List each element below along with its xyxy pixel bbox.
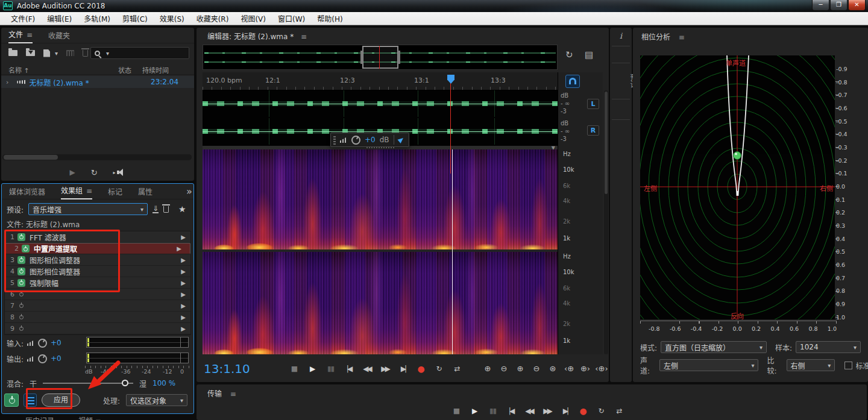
panel-menu-icon[interactable]: ≡ bbox=[301, 33, 307, 41]
zoom-tool-button[interactable]: ⊛ bbox=[546, 363, 559, 375]
transport-button[interactable]: ↻ bbox=[433, 363, 445, 375]
preset-select[interactable]: 音乐增强 ▾ bbox=[28, 203, 148, 215]
zoom-tool-button[interactable]: ⊕› bbox=[579, 363, 592, 375]
overview-strip[interactable] bbox=[203, 45, 558, 70]
normalize-checkbox[interactable] bbox=[844, 362, 852, 369]
snap-magnet-button[interactable] bbox=[565, 75, 580, 88]
left-channel-button[interactable]: L bbox=[587, 99, 599, 109]
hud-drag-handle[interactable] bbox=[333, 135, 336, 145]
right-channel-button[interactable]: R bbox=[587, 125, 599, 136]
effect-expand-arrow-icon[interactable]: ▶ bbox=[181, 268, 186, 275]
transport-button[interactable]: ● bbox=[415, 363, 427, 375]
transport-button[interactable]: ▶| bbox=[559, 405, 571, 417]
file-row[interactable]: › 无标题 (2).wma * 23:2.04 bbox=[1, 76, 194, 88]
col-name[interactable]: 名称 ↑ bbox=[8, 65, 30, 75]
spectrogram-left[interactable] bbox=[203, 149, 558, 249]
phase-scope[interactable]: 单声道 左侧 右侧 反向 bbox=[640, 55, 835, 319]
transport-button[interactable]: ⇄ bbox=[613, 405, 626, 417]
info-icon[interactable]: i bbox=[610, 31, 632, 40]
tab-markers[interactable]: 标记 bbox=[108, 186, 122, 196]
output-gain-value[interactable]: +0 bbox=[51, 354, 61, 363]
scroll-thumb[interactable] bbox=[605, 92, 608, 194]
channel-select[interactable]: 左侧 ▾ bbox=[659, 359, 758, 371]
menu-item[interactable]: 文件(F) bbox=[5, 12, 41, 25]
transport-button[interactable]: ↻ bbox=[595, 405, 608, 417]
col-duration[interactable]: 持续时间 bbox=[142, 65, 169, 75]
transport-button[interactable]: ▶ bbox=[306, 363, 319, 375]
transport-button[interactable]: ◀◀ bbox=[523, 405, 535, 417]
favorite-star-icon[interactable]: ★ bbox=[178, 204, 186, 214]
zoom-tool-button[interactable]: ⊕ bbox=[481, 363, 494, 375]
preview-loop-icon[interactable]: ↻ bbox=[91, 168, 98, 177]
col-status[interactable]: 状态 bbox=[118, 65, 131, 75]
transport-button[interactable]: |◀ bbox=[342, 363, 355, 375]
rack-power-button[interactable] bbox=[4, 393, 19, 407]
process-select[interactable]: 仅选区对象 ▾ bbox=[126, 394, 187, 406]
waveform-left-channel[interactable] bbox=[203, 90, 558, 117]
menu-item[interactable]: 帮助(H) bbox=[311, 12, 348, 25]
overview-view-box[interactable] bbox=[362, 46, 398, 69]
effect-rack-row[interactable]: 7 ▶ bbox=[5, 300, 190, 312]
effect-expand-arrow-icon[interactable]: ▶ bbox=[181, 291, 186, 298]
effect-expand-arrow-icon[interactable]: ▶ bbox=[181, 325, 186, 332]
files-hscrollbar[interactable] bbox=[2, 154, 192, 160]
input-gain-value[interactable]: +0 bbox=[51, 339, 61, 347]
menu-item[interactable]: 视图(V) bbox=[234, 12, 272, 25]
time-display[interactable]: 13:1.10 bbox=[204, 362, 250, 376]
restore-button[interactable]: ❐ bbox=[830, 0, 848, 11]
menu-item[interactable]: 剪辑(C) bbox=[116, 12, 154, 25]
spectrogram-right[interactable] bbox=[203, 252, 558, 354]
zoom-navigate-icon[interactable]: ↻ bbox=[565, 49, 573, 60]
menu-item[interactable]: 编辑(E) bbox=[41, 12, 78, 25]
input-gain-knob[interactable] bbox=[38, 339, 47, 348]
transport-button[interactable]: ▶ bbox=[468, 405, 481, 417]
panel-menu-icon[interactable]: ≡ bbox=[27, 28, 33, 42]
tab-overflow-icon[interactable]: » bbox=[186, 186, 192, 197]
effect-rack-row[interactable]: 8 ▶ bbox=[5, 312, 190, 323]
editor-vscrollbar[interactable] bbox=[604, 90, 608, 354]
save-preset-icon[interactable]: ⇓ bbox=[153, 205, 159, 213]
effect-expand-arrow-icon[interactable]: ▶ bbox=[181, 234, 186, 240]
search-caret-icon[interactable]: ▾ bbox=[106, 50, 109, 57]
autoplay-speaker-icon[interactable]: ▸ bbox=[113, 169, 126, 176]
sample-select[interactable]: 1024 ▾ bbox=[796, 341, 861, 353]
tab-video[interactable]: 视频 ≡ bbox=[78, 415, 101, 420]
transport-button[interactable]: ◀◀ bbox=[360, 363, 373, 375]
transport-button[interactable]: ■ bbox=[450, 405, 463, 417]
power-toggle-icon[interactable] bbox=[17, 325, 25, 333]
effect-rack-row[interactable]: 9 ▶ bbox=[5, 323, 190, 334]
minimize-button[interactable]: ─ bbox=[812, 0, 829, 11]
transport-button[interactable]: |◀ bbox=[505, 405, 517, 417]
timeline-ruler[interactable]: 120.0 bpm 12:1 12:3 13:1 13:3 bbox=[203, 72, 558, 90]
transport-button[interactable]: ▮▮ bbox=[486, 405, 499, 417]
effect-expand-arrow-icon[interactable]: ▶ bbox=[181, 314, 186, 321]
tab-media-browser[interactable]: 媒体浏览器 bbox=[9, 186, 45, 196]
menu-item[interactable]: 多轨(M) bbox=[78, 12, 116, 25]
menu-item[interactable]: 窗口(W) bbox=[272, 12, 311, 25]
editor-layout-icon[interactable]: ▤ bbox=[585, 49, 593, 60]
search-input[interactable] bbox=[112, 49, 178, 58]
mix-value[interactable]: 100 % bbox=[153, 379, 175, 387]
panel-menu-icon[interactable]: ≡ bbox=[679, 33, 685, 42]
output-gain-knob[interactable] bbox=[38, 354, 47, 363]
search-box[interactable]: ▾ bbox=[90, 47, 189, 59]
transport-button[interactable]: ■ bbox=[288, 363, 301, 375]
tab-effects-rack[interactable]: 效果组 ≡ bbox=[61, 184, 92, 199]
gain-hud[interactable]: +0 dB bbox=[330, 133, 409, 147]
zoom-tool-button[interactable]: ⊖ bbox=[497, 363, 511, 375]
transport-button[interactable]: ▶▶ bbox=[379, 363, 391, 375]
effect-expand-arrow-icon[interactable]: ▶ bbox=[181, 257, 186, 263]
zoom-tool-button[interactable]: ‹⊕ bbox=[562, 363, 576, 375]
delete-preset-icon[interactable] bbox=[163, 206, 169, 213]
import-file-icon[interactable] bbox=[26, 50, 35, 56]
effect-expand-arrow-icon[interactable]: ▶ bbox=[181, 280, 186, 286]
transport-button[interactable]: ● bbox=[577, 405, 590, 417]
menu-item[interactable]: 收藏夹(R) bbox=[190, 12, 235, 25]
tab-history[interactable]: 历史记录 bbox=[25, 415, 54, 420]
power-toggle-icon[interactable] bbox=[17, 302, 25, 310]
power-toggle-icon[interactable] bbox=[17, 313, 25, 321]
waveform-channels[interactable]: +0 dB bbox=[203, 90, 558, 146]
zoom-tool-button[interactable]: ⊕ bbox=[514, 363, 527, 375]
menu-item[interactable]: 效果(S) bbox=[154, 12, 190, 25]
transport-button[interactable]: ▶▶ bbox=[541, 405, 553, 417]
